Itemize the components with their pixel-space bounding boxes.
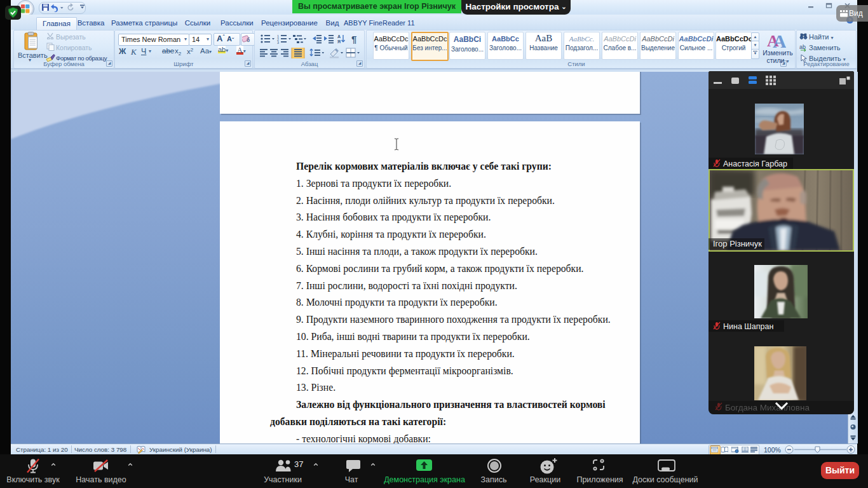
svg-text:Я: Я — [337, 39, 341, 44]
svg-text:А: А — [337, 34, 341, 39]
svg-text:б: б — [247, 37, 250, 43]
svg-text:¶: ¶ — [351, 34, 356, 44]
svg-text:A: A — [773, 31, 786, 49]
svg-text:3: 3 — [277, 41, 279, 44]
